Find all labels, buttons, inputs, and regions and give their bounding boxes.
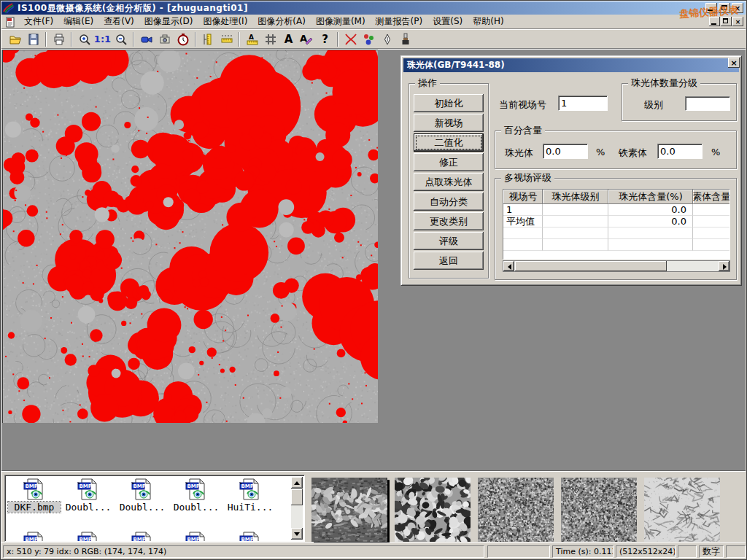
pick-pearlite-button[interactable]: 点取珠光体	[414, 173, 484, 191]
brush-tool-button[interactable]	[396, 31, 414, 48]
cell-field-no: 1	[503, 204, 543, 216]
video-capture-button[interactable]	[137, 31, 155, 48]
scroll-up-button[interactable]	[291, 477, 303, 489]
annotate-tool-button[interactable]: A	[298, 31, 316, 48]
file-item[interactable]: BMP HuiTi...	[224, 478, 276, 513]
toolbar: 1:1	[1, 30, 746, 49]
return-button[interactable]: 返回	[414, 252, 484, 270]
zoom-in-button[interactable]	[75, 31, 93, 48]
open-button[interactable]	[6, 31, 24, 48]
menu-edit[interactable]: 编辑(E)	[58, 14, 98, 29]
svg-text:BMP: BMP	[26, 537, 38, 542]
actual-size-button[interactable]: 1:1	[93, 31, 112, 48]
file-list-vscrollbar[interactable]	[291, 477, 303, 540]
file-browser[interactable]: BMP DKF.bmp BMP Doubl... BMP	[4, 475, 305, 542]
scroll-thumb[interactable]	[291, 489, 303, 505]
menu-view[interactable]: 查看(V)	[98, 14, 139, 29]
close-button[interactable]: ×	[732, 3, 743, 13]
grid-tool-button[interactable]	[261, 31, 279, 48]
restore-button[interactable]	[719, 3, 730, 13]
snapshot-button[interactable]	[155, 31, 174, 48]
table-row[interactable]: 平均值 0.0	[503, 216, 729, 228]
scroll-left-button[interactable]	[503, 261, 514, 271]
current-field-input[interactable]	[558, 96, 608, 111]
menu-settings[interactable]: 设置(S)	[427, 14, 468, 29]
file-item[interactable]: BMP DKF.bmp	[8, 478, 61, 513]
menu-image-processing[interactable]: 图像处理(I)	[198, 14, 252, 29]
thumbnail-3[interactable]	[478, 478, 554, 542]
table-hscrollbar[interactable]	[503, 260, 730, 272]
dialog-title-bar[interactable]: 珠光体(GB/T9441-88)	[403, 58, 739, 72]
rating-table[interactable]: 视场号 珠光体级别 珠光体含量(%) 铁素体含量(%) 1 0.0 平均值 0.…	[503, 189, 730, 260]
text-tool-button[interactable]: A	[279, 31, 298, 48]
thumbnail-5[interactable]	[644, 478, 720, 542]
file-name: Doubl...	[116, 502, 169, 513]
file-item[interactable]: BMP Doubl...	[116, 478, 169, 513]
pearlite-percent-input[interactable]	[543, 144, 588, 159]
grade-button[interactable]: 评级	[414, 232, 484, 250]
change-class-button[interactable]: 更改类别	[414, 212, 484, 230]
help-button[interactable]: ?	[316, 31, 334, 48]
menu-image-measure[interactable]: 图像测量(M)	[311, 14, 371, 29]
zoom-out-button[interactable]	[112, 31, 130, 48]
thumbnail-2[interactable]	[395, 478, 471, 542]
file-item[interactable]: BMP	[116, 531, 169, 542]
scroll-thumb[interactable]	[515, 261, 667, 271]
measure-label-button[interactable]: A	[243, 31, 261, 48]
menu-file[interactable]: 文件(F)	[19, 14, 58, 29]
file-item[interactable]: BMP	[8, 531, 61, 542]
percent-group: 百分含量 珠光体 % 铁素体 %	[495, 131, 737, 169]
file-item[interactable]: BMP	[224, 531, 276, 542]
correct-button[interactable]: 修正	[414, 153, 484, 171]
grade-level-label: 级别	[644, 98, 663, 112]
file-item[interactable]: BMP	[62, 531, 115, 542]
document-icon[interactable]	[4, 16, 16, 28]
child-restore-button[interactable]	[721, 17, 732, 26]
menu-image-analysis[interactable]: 图像分析(A)	[252, 14, 311, 29]
new-field-button[interactable]: 新视场	[414, 114, 484, 132]
minimize-button[interactable]	[705, 3, 717, 13]
svg-text:BMP: BMP	[133, 537, 146, 542]
menu-image-display[interactable]: 图像显示(D)	[139, 14, 198, 29]
print-button[interactable]	[50, 31, 68, 48]
workspace: 珠光体(GB/T9441-88) × 操作 初始化 新视场 二值化 修正 点取珠…	[1, 50, 746, 471]
pen-tool-button[interactable]	[378, 31, 396, 48]
count-tool-button[interactable]	[360, 31, 378, 48]
file-item[interactable]: BMP Doubl...	[62, 478, 115, 513]
title-bar[interactable]: IS100显微摄像系统(金相分析版) - [zhuguangti01] ×	[1, 1, 746, 15]
grade-level-input[interactable]	[685, 96, 730, 111]
save-button[interactable]	[24, 31, 42, 48]
timer-button[interactable]	[174, 31, 192, 48]
scroll-down-button[interactable]	[291, 528, 303, 540]
toolbar-separator	[133, 32, 134, 47]
table-row[interactable]: 1 0.0	[503, 204, 729, 216]
ferrite-percent-input[interactable]	[657, 144, 703, 159]
restore-icon	[723, 18, 728, 23]
child-minimize-button[interactable]	[709, 17, 720, 26]
scroll-right-button[interactable]	[719, 261, 729, 271]
multi-field-group-title: 多视场评级	[501, 173, 554, 183]
app-icon	[3, 2, 15, 14]
thumbnail-4[interactable]	[561, 478, 637, 542]
auto-classify-button[interactable]: 自动分类	[414, 192, 484, 211]
caliper-measure-button[interactable]	[199, 31, 217, 48]
ruler-measure-button[interactable]	[217, 31, 236, 48]
file-item[interactable]: BMP	[170, 531, 222, 542]
status-mode: 数字	[699, 545, 724, 558]
svg-text:BMP: BMP	[80, 537, 92, 542]
down-arrow-icon	[294, 532, 300, 539]
dialog-close-button[interactable]: ×	[728, 58, 740, 68]
child-close-button[interactable]: ×	[732, 17, 743, 26]
menu-measure-report[interactable]: 测量报告(P)	[371, 14, 428, 29]
curve-tool-button[interactable]	[341, 31, 360, 48]
right-arrow-icon	[723, 264, 729, 270]
main-image[interactable]	[2, 50, 378, 423]
thumbnail-1[interactable]	[311, 478, 387, 542]
svg-text:A: A	[249, 34, 254, 41]
left-arrow-icon	[505, 264, 511, 270]
menu-help[interactable]: 帮助(H)	[468, 14, 508, 29]
file-item[interactable]: BMP Doubl...	[170, 478, 222, 513]
init-button[interactable]: 初始化	[414, 94, 484, 112]
brush-icon	[399, 33, 412, 46]
binarize-button[interactable]: 二值化	[414, 133, 484, 152]
